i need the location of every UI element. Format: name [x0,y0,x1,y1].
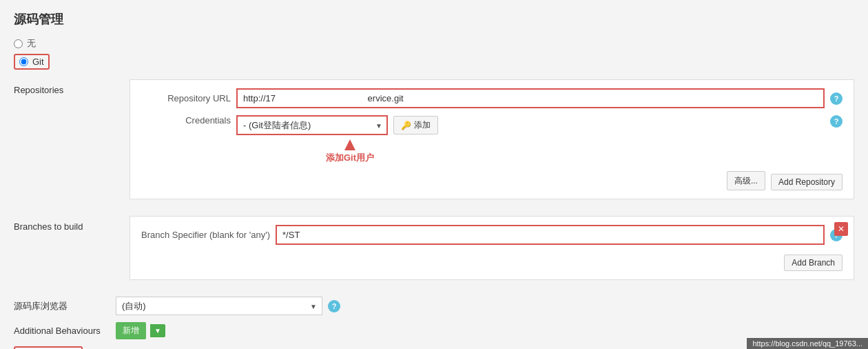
subversion-option-wrapper: Subversion [14,346,83,349]
credentials-help-icon[interactable]: ? [830,115,843,128]
branch-specifier-label: Branch Specifier (blank for 'any') [141,230,270,240]
credentials-row: Credentials - (Git登陆者信息) 🔑 添加 [141,115,843,164]
repo-url-row: Repository URL ? [141,88,843,108]
git-option-wrapper: Git [14,54,50,70]
source-browser-row: 源码库浏览器 (自动) ? [14,297,854,315]
radio-git[interactable] [19,57,28,66]
branches-actions: Add Branch [141,252,843,271]
additional-behaviours-label: Additional Behaviours [14,326,110,336]
source-browser-help-icon[interactable]: ? [328,300,340,312]
key-icon: 🔑 [401,121,411,130]
repositories-section: Repositories Repository URL ? Credential… [14,79,854,208]
new-behaviour-dropdown[interactable]: ▼ [150,324,165,337]
repositories-content: Repository URL ? Credentials - (Git登陆者信息… [116,79,854,208]
credentials-select[interactable]: - (Git登陆者信息) [236,115,388,135]
advanced-button[interactable]: 高级... [727,171,765,190]
repositories-block: Repository URL ? Credentials - (Git登陆者信息… [130,79,854,199]
radio-none[interactable] [14,39,23,48]
credentials-select-wrapper: - (Git登陆者信息) [236,115,388,135]
branches-content: ✕ Branch Specifier (blank for 'any') ? A… [116,216,854,288]
repo-url-help-icon[interactable]: ? [830,92,843,105]
repositories-label: Repositories [14,79,110,95]
annotation-wrapper: 添加Git用户 [326,139,374,164]
source-browser-wrapper: (自动) [116,297,322,315]
source-browser-select[interactable]: (自动) [116,297,322,315]
new-behaviour-button[interactable]: 新增 [116,322,146,339]
branch-specifier-input[interactable] [276,225,825,245]
branches-label: Branches to build [14,216,110,232]
repo-url-label: Repository URL [141,93,231,103]
branch-specifier-row: Branch Specifier (blank for 'any') ? [141,225,843,245]
git-label: Git [32,57,44,67]
annotation-text: 添加Git用户 [326,152,374,164]
add-credentials-button[interactable]: 🔑 添加 [393,116,438,134]
page-title: 源码管理 [14,11,854,28]
remove-branch-button[interactable]: ✕ [834,222,848,236]
add-branch-button[interactable]: Add Branch [784,255,843,271]
branches-block: ✕ Branch Specifier (blank for 'any') ? A… [130,216,854,280]
add-btn-label: 添加 [414,119,431,131]
additional-behaviours-row: Additional Behaviours 新增 ▼ [14,322,854,339]
url-bar: https://blog.csdn.net/qq_19763... [747,338,868,349]
add-repository-button[interactable]: Add Repository [771,174,843,190]
annotation-arrow [344,139,355,150]
repositories-actions: 高级... Add Repository [141,171,843,190]
source-browser-label: 源码库浏览器 [14,300,110,312]
repo-url-input[interactable] [236,88,825,108]
branches-section: Branches to build ✕ Branch Specifier (bl… [14,216,854,288]
credentials-label: Credentials [141,115,231,126]
none-label: 无 [27,37,36,50]
